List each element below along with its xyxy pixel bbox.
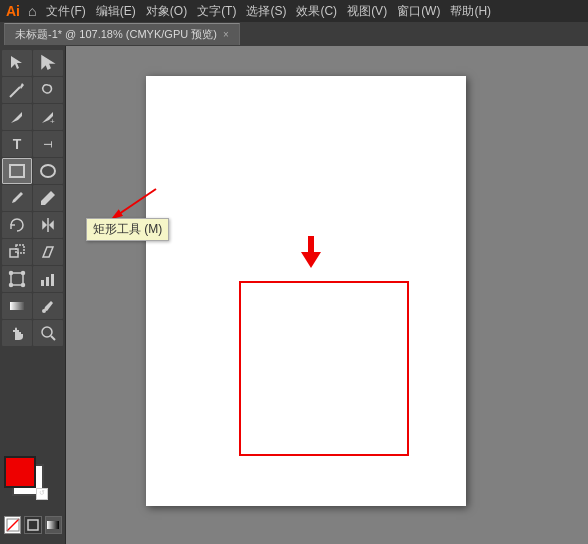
graph-tool[interactable] — [33, 266, 63, 292]
tool-row-3: + — [2, 104, 63, 130]
menu-bar: 文件(F) 编辑(E) 对象(O) 文字(T) 选择(S) 效果(C) 视图(V… — [46, 3, 491, 20]
svg-marker-12 — [43, 247, 53, 257]
paintbrush-tool[interactable] — [2, 185, 32, 211]
svg-rect-20 — [51, 274, 54, 286]
svg-rect-10 — [10, 249, 18, 257]
main-area: + T T — [0, 46, 588, 544]
selection-tool[interactable] — [2, 50, 32, 76]
menu-select[interactable]: 选择(S) — [246, 3, 286, 20]
app-logo: Ai — [6, 3, 20, 19]
tool-tooltip: 矩形工具 (M) — [86, 218, 169, 241]
svg-rect-18 — [41, 280, 44, 286]
lasso-tool[interactable] — [33, 77, 63, 103]
tool-row-5 — [2, 158, 63, 184]
reset-colors-icon[interactable]: ↺ — [36, 488, 48, 500]
rectangle-tool[interactable] — [2, 158, 32, 184]
tab-bar: 未标题-1* @ 107.18% (CMYK/GPU 预览) × — [0, 22, 588, 46]
add-anchor-tool[interactable]: + — [33, 104, 63, 130]
shear-tool[interactable] — [33, 239, 63, 265]
zoom-tool[interactable] — [33, 320, 63, 346]
gradient-tool[interactable] — [2, 293, 32, 319]
reflect-tool[interactable] — [33, 212, 63, 238]
menu-text[interactable]: 文字(T) — [197, 3, 236, 20]
menu-effect[interactable]: 效果(C) — [296, 3, 337, 20]
tool-row-9 — [2, 266, 63, 292]
svg-line-2 — [10, 87, 20, 97]
toolbar: + T T — [0, 46, 66, 544]
vertical-type-tool[interactable]: T — [33, 131, 63, 157]
pen-tool[interactable] — [2, 104, 32, 130]
svg-rect-13 — [11, 273, 23, 285]
tool-row-1 — [2, 50, 63, 76]
tool-row-6 — [2, 185, 63, 211]
tab-close-button[interactable]: × — [223, 29, 229, 40]
svg-rect-28 — [47, 521, 59, 529]
svg-rect-27 — [28, 520, 38, 530]
eyedropper-tool[interactable] — [33, 293, 63, 319]
color-swatch-area: ↺ — [4, 456, 60, 512]
svg-marker-0 — [11, 56, 22, 69]
svg-text:+: + — [50, 117, 55, 126]
svg-point-22 — [42, 309, 46, 313]
svg-point-14 — [10, 272, 13, 275]
title-bar: Ai ⌂ 文件(F) 编辑(E) 对象(O) 文字(T) 选择(S) 效果(C)… — [0, 0, 588, 22]
gradient-swatch-icon[interactable] — [45, 516, 62, 534]
tool-row-2 — [2, 77, 63, 103]
menu-file[interactable]: 文件(F) — [46, 3, 85, 20]
canvas-area: 矩形工具 (M) — [66, 46, 588, 544]
type-tool[interactable]: T — [2, 131, 32, 157]
svg-rect-5 — [10, 165, 24, 177]
fill-none-icon[interactable] — [4, 516, 21, 534]
menu-help[interactable]: 帮助(H) — [450, 3, 491, 20]
scale-tool[interactable] — [2, 239, 32, 265]
rotate-tool[interactable] — [2, 212, 32, 238]
tool-row-7 — [2, 212, 63, 238]
svg-point-17 — [22, 284, 25, 287]
svg-line-25 — [7, 519, 19, 531]
tool-row-11 — [2, 320, 63, 346]
svg-marker-9 — [50, 222, 53, 228]
menu-window[interactable]: 窗口(W) — [397, 3, 440, 20]
svg-rect-21 — [10, 302, 24, 310]
tool-row-4: T T — [2, 131, 63, 157]
menu-object[interactable]: 对象(O) — [146, 3, 187, 20]
svg-line-24 — [51, 336, 55, 340]
svg-marker-8 — [43, 222, 46, 228]
document-tab[interactable]: 未标题-1* @ 107.18% (CMYK/GPU 预览) × — [4, 23, 240, 45]
color-mode-icons — [4, 516, 62, 534]
free-transform-tool[interactable] — [2, 266, 32, 292]
color-section: ↺ — [4, 456, 62, 534]
tool-row-8 — [2, 239, 63, 265]
hand-tool[interactable] — [2, 320, 32, 346]
svg-point-15 — [22, 272, 25, 275]
home-icon[interactable]: ⌂ — [28, 3, 36, 19]
foreground-color-swatch[interactable] — [4, 456, 36, 488]
pencil-tool[interactable] — [33, 185, 63, 211]
magic-wand-tool[interactable] — [2, 77, 32, 103]
ellipse-tool[interactable] — [33, 158, 63, 184]
tool-row-10 — [2, 293, 63, 319]
svg-point-16 — [10, 284, 13, 287]
drawn-rectangle — [239, 281, 409, 456]
tab-label: 未标题-1* @ 107.18% (CMYK/GPU 预览) — [15, 27, 217, 42]
tooltip-text: 矩形工具 (M) — [93, 222, 162, 236]
menu-edit[interactable]: 编辑(E) — [96, 3, 136, 20]
direct-selection-tool[interactable] — [33, 50, 63, 76]
svg-marker-3 — [20, 83, 24, 89]
svg-point-6 — [41, 165, 55, 177]
stroke-color-icon[interactable] — [24, 516, 41, 534]
svg-point-23 — [42, 327, 52, 337]
svg-marker-1 — [42, 56, 53, 69]
menu-view[interactable]: 视图(V) — [347, 3, 387, 20]
svg-rect-19 — [46, 277, 49, 286]
